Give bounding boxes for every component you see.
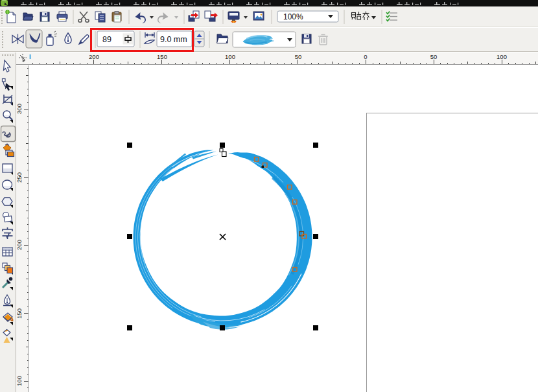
svg-text:50: 50: [430, 53, 438, 60]
svg-text:100: 100: [225, 53, 235, 60]
svg-text:50: 50: [295, 53, 302, 60]
svg-text:0: 0: [364, 53, 367, 60]
svg-text:100: 100: [16, 376, 23, 386]
svg-text:200: 200: [89, 53, 99, 60]
svg-text:150: 150: [157, 53, 167, 60]
svg-text:250: 250: [16, 172, 23, 183]
svg-text:200: 200: [16, 240, 23, 250]
svg-text:100%: 100%: [283, 12, 303, 21]
svg-text:100: 100: [497, 53, 507, 60]
svg-text:300: 300: [16, 104, 23, 114]
svg-text:150: 150: [16, 308, 23, 319]
